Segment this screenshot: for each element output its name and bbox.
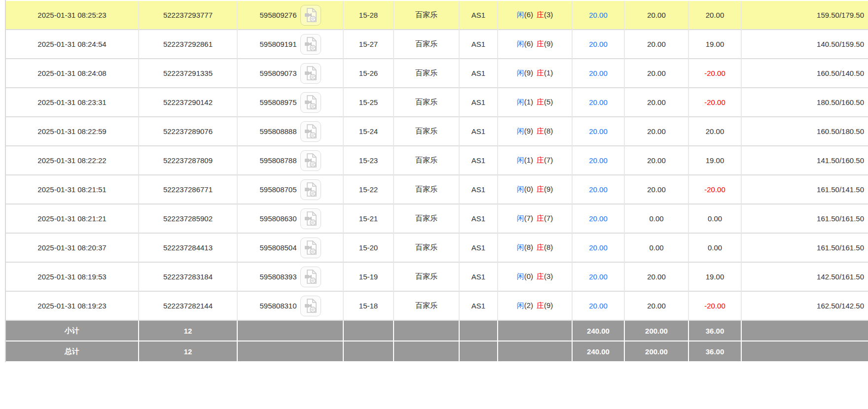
bet-record-row[interactable]: 2025-01-31 08:21:51522237286771595808705… [6, 175, 868, 204]
player-score: 8 [524, 243, 533, 251]
video-file-icon [303, 153, 318, 169]
bet-amount-link[interactable]: 20.00 [589, 156, 608, 165]
game-number-cell: 595808788 [238, 146, 344, 175]
order-number: 522237287809 [139, 146, 238, 175]
bet-amount-link[interactable]: 20.00 [589, 185, 608, 194]
balance: 162.50/142.50 [742, 292, 868, 321]
game-type: 百家乐 [394, 59, 460, 88]
valid-bet-amount: 20.00 [625, 146, 689, 175]
video-replay-button[interactable] [300, 296, 321, 316]
bet-record-row[interactable]: 2025-01-31 08:19:23522237282144595808310… [6, 292, 868, 321]
total-label: 总计 [6, 341, 139, 362]
valid-bet-amount: 20.00 [625, 30, 689, 59]
video-replay-button[interactable] [300, 179, 321, 200]
order-number: 522237291335 [139, 59, 238, 88]
video-replay-button[interactable] [300, 238, 321, 258]
player-label: 闲 [517, 98, 524, 106]
video-replay-button[interactable] [300, 208, 321, 229]
bet-time: 2025-01-31 08:24:54 [6, 30, 139, 59]
game-number: 595808788 [259, 156, 296, 165]
video-replay-button[interactable] [300, 5, 321, 26]
bet-amount-link[interactable]: 20.00 [589, 302, 608, 310]
bet-amount-link[interactable]: 20.00 [589, 273, 608, 281]
game-number: 595808310 [259, 302, 296, 310]
table-code: AS1 [460, 234, 498, 263]
order-number: 522237292861 [139, 30, 238, 59]
banker-label: 庄 [537, 127, 544, 135]
order-number: 522237293777 [139, 1, 238, 30]
player-label: 闲 [517, 243, 524, 251]
balance: 180.50/160.50 [742, 88, 868, 117]
bet-amount-link[interactable]: 20.00 [589, 243, 608, 252]
order-number: 522237289076 [139, 117, 238, 146]
win-loss-amount: -20.00 [689, 292, 742, 321]
total-winloss-total: 36.00 [689, 341, 742, 362]
video-replay-button[interactable] [300, 150, 321, 171]
bet-time: 2025-01-31 08:24:08 [6, 59, 139, 88]
banker-label: 庄 [537, 185, 544, 193]
video-replay-button[interactable] [300, 92, 321, 113]
result-cell: 闲7庄7 [498, 204, 573, 234]
bet-amount-link[interactable]: 20.00 [589, 69, 608, 77]
bet-record-row[interactable]: 2025-01-31 08:23:31522237290142595808975… [6, 88, 868, 117]
bet-record-row[interactable]: 2025-01-31 08:25:23522237293777595809276… [6, 1, 868, 30]
result-cell: 闲6庄3 [498, 1, 573, 30]
bet-amount-link[interactable]: 20.00 [589, 11, 608, 19]
subtotal-count: 12 [139, 321, 238, 341]
game-type: 百家乐 [394, 1, 460, 30]
banker-label: 庄 [537, 10, 544, 19]
empty-cell [460, 321, 498, 341]
player-label: 闲 [517, 272, 524, 280]
balance: 161.50/161.50 [742, 204, 868, 234]
table-code: AS1 [460, 30, 498, 59]
video-replay-button[interactable] [300, 267, 321, 287]
video-file-icon [303, 66, 318, 81]
bet-amount-link[interactable]: 20.00 [589, 127, 608, 136]
video-replay-button[interactable] [300, 121, 321, 142]
summary-section: 小计 12 240.00 200.00 36.00 总计 12 [6, 321, 868, 362]
bet-amount-cell: 20.00 [573, 1, 625, 30]
bet-record-row[interactable]: 2025-01-31 08:21:21522237285902595808630… [6, 204, 868, 234]
balance: 141.50/160.50 [742, 146, 868, 175]
empty-cell [394, 341, 460, 362]
round-number: 15-23 [344, 146, 394, 175]
bet-record-row[interactable]: 2025-01-31 08:19:53522237283184595808393… [6, 263, 868, 292]
banker-score: 5 [544, 98, 553, 106]
bet-records-table: 2025-01-31 08:25:23522237293777595809276… [6, 1, 868, 362]
bet-amount-cell: 20.00 [573, 88, 625, 117]
balance: 159.50/179.50 [742, 1, 868, 30]
bet-time: 2025-01-31 08:19:23 [6, 292, 139, 321]
win-loss-amount: -20.00 [689, 88, 742, 117]
game-type: 百家乐 [394, 263, 460, 292]
game-type: 百家乐 [394, 175, 460, 204]
bet-time: 2025-01-31 08:22:59 [6, 117, 139, 146]
bet-amount-link[interactable]: 20.00 [589, 214, 608, 223]
game-number: 595809276 [259, 11, 296, 19]
bet-amount-cell: 20.00 [573, 234, 625, 263]
video-replay-button[interactable] [300, 34, 321, 55]
result-cell: 闲9庄8 [498, 117, 573, 146]
player-score: 0 [524, 185, 533, 193]
bet-time: 2025-01-31 08:25:23 [6, 1, 139, 30]
bet-record-row[interactable]: 2025-01-31 08:24:08522237291335595809073… [6, 59, 868, 88]
game-type: 百家乐 [394, 30, 460, 59]
valid-bet-amount: 20.00 [625, 175, 689, 204]
banker-score: 9 [544, 185, 553, 193]
video-replay-button[interactable] [300, 63, 321, 84]
bet-record-row[interactable]: 2025-01-31 08:22:59522237289076595808888… [6, 117, 868, 146]
bet-record-row[interactable]: 2025-01-31 08:20:37522237284413595808504… [6, 234, 868, 263]
win-loss-amount: 0.00 [689, 204, 742, 234]
table-code: AS1 [460, 117, 498, 146]
banker-label: 庄 [537, 301, 544, 309]
bet-record-row[interactable]: 2025-01-31 08:22:22522237287809595808788… [6, 146, 868, 175]
subtotal-label: 小计 [6, 321, 139, 341]
subtotal-bet-total: 240.00 [573, 321, 625, 341]
order-number: 522237284413 [139, 234, 238, 263]
bet-time: 2025-01-31 08:21:21 [6, 204, 139, 234]
bet-amount-link[interactable]: 20.00 [589, 98, 608, 106]
game-number-cell: 595808975 [238, 88, 344, 117]
order-number: 522237290142 [139, 88, 238, 117]
bet-amount-link[interactable]: 20.00 [589, 40, 608, 48]
bet-record-row[interactable]: 2025-01-31 08:24:54522237292861595809191… [6, 30, 868, 59]
banker-score: 7 [544, 156, 553, 164]
